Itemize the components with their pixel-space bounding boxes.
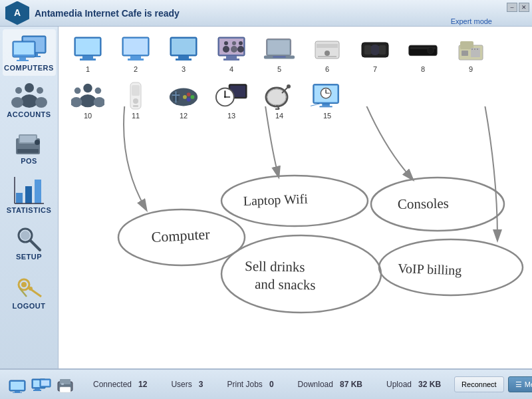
svg-point-108 <box>287 84 291 88</box>
svg-point-121 <box>379 239 523 295</box>
users-value: 3 <box>199 380 203 389</box>
download-value: 87 KB <box>340 380 362 389</box>
svg-point-93 <box>191 95 195 99</box>
svg-point-11 <box>21 94 38 108</box>
download-status: Download 87 KB <box>298 380 362 389</box>
svg-point-48 <box>224 41 228 45</box>
sidebar-item-pos[interactable]: POS <box>3 124 56 169</box>
window-controls: – ✕ <box>507 3 529 12</box>
sidebar-item-accounts[interactable]: ACCOUNTS <box>3 77 56 122</box>
svg-text:VoIP billing: VoIP billing <box>398 261 462 278</box>
device-7[interactable]: 7 <box>352 32 398 76</box>
device-num-9: 9 <box>469 65 473 73</box>
svg-point-77 <box>477 49 478 50</box>
menu-button[interactable]: ☰ Menu <box>508 376 532 392</box>
svg-point-20 <box>35 140 40 145</box>
print-status: Print Jobs 0 <box>227 380 274 389</box>
device-9[interactable]: 9 <box>448 32 493 76</box>
svg-rect-45 <box>176 59 192 61</box>
svg-point-117 <box>118 209 245 265</box>
svg-point-51 <box>231 46 237 53</box>
sidebar-pos-label: POS <box>21 157 37 165</box>
device-2[interactable]: 2 <box>113 32 158 76</box>
svg-rect-36 <box>82 56 93 59</box>
svg-text:and snacks: and snacks <box>255 276 316 293</box>
svg-rect-137 <box>35 388 40 390</box>
sidebar-logout-label: LOGOUT <box>12 302 45 310</box>
device-1[interactable]: 1 <box>65 32 110 76</box>
device-num-1: 1 <box>86 65 90 73</box>
svg-rect-132 <box>13 392 22 393</box>
sidebar-accounts-label: ACCOUNTS <box>7 110 51 118</box>
svg-rect-39 <box>124 39 148 55</box>
device-num-6: 6 <box>325 65 329 73</box>
svg-rect-91 <box>172 94 180 96</box>
upload-status: Upload 32 KB <box>386 380 441 389</box>
svg-rect-90 <box>176 91 177 102</box>
menu-icon: ☰ <box>515 380 522 389</box>
expert-mode-link[interactable]: Expert mode <box>451 17 492 25</box>
svg-rect-7 <box>14 43 34 55</box>
device-num-5: 5 <box>277 65 281 73</box>
close-button[interactable]: ✕ <box>519 3 529 12</box>
svg-rect-8 <box>19 57 26 60</box>
svg-rect-40 <box>130 56 141 59</box>
connected-status: Connected 12 <box>93 380 147 389</box>
sidebar-statistics-label: STATISTICS <box>7 206 52 214</box>
svg-point-80 <box>74 88 81 94</box>
menu-label: Menu <box>525 380 532 388</box>
sidebar-item-setup[interactable]: SETUP <box>3 219 56 265</box>
svg-rect-61 <box>317 44 338 48</box>
printer-icon-btn[interactable] <box>55 374 76 395</box>
device-3[interactable]: 3 <box>161 32 206 76</box>
svg-rect-44 <box>178 56 189 59</box>
main-layout: COMPUTERS ACCOUNTS <box>0 27 532 368</box>
svg-point-15 <box>35 97 47 108</box>
svg-rect-41 <box>128 59 144 61</box>
svg-point-53 <box>237 46 244 53</box>
svg-rect-136 <box>41 380 49 386</box>
svg-point-49 <box>223 46 229 53</box>
device-num-3: 3 <box>182 65 186 73</box>
svg-rect-54 <box>226 56 237 59</box>
connected-value: 12 <box>138 380 147 389</box>
sidebar-item-logout[interactable]: LOGOUT <box>3 266 56 314</box>
sidebar-item-computers[interactable]: COMPUTERS <box>3 29 56 76</box>
reconnect-button[interactable]: Reconnect <box>454 376 504 392</box>
device-num-7: 7 <box>373 65 377 73</box>
upload-label: Upload <box>386 380 412 389</box>
svg-point-75 <box>471 49 473 50</box>
svg-rect-67 <box>379 45 386 55</box>
svg-rect-85 <box>132 85 140 96</box>
svg-rect-23 <box>35 180 41 203</box>
svg-rect-66 <box>364 45 371 55</box>
svg-point-86 <box>133 98 138 104</box>
svg-point-118 <box>221 176 368 226</box>
minimize-button[interactable]: – <box>507 3 517 12</box>
device-num-2: 2 <box>134 65 138 73</box>
svg-point-76 <box>474 49 475 50</box>
statusbar: Connected 12 Users 3 Print Jobs 0 Downlo… <box>0 368 532 399</box>
print-value: 0 <box>269 380 274 389</box>
svg-rect-37 <box>80 59 96 61</box>
svg-line-28 <box>31 241 40 250</box>
svg-rect-21 <box>16 193 23 203</box>
svg-rect-55 <box>223 59 239 61</box>
svg-rect-57 <box>268 41 290 55</box>
computers-icon-btn[interactable] <box>31 374 52 395</box>
svg-rect-131 <box>15 391 20 392</box>
sidebar-item-statistics[interactable]: STATISTICS <box>3 170 56 218</box>
svg-rect-130 <box>11 382 24 390</box>
users-status: Users 3 <box>171 380 203 389</box>
network-icon-btn[interactable] <box>7 374 28 395</box>
svg-point-62 <box>325 51 330 56</box>
device-4[interactable]: 4 <box>209 32 254 76</box>
svg-rect-9 <box>17 60 29 61</box>
svg-point-65 <box>370 45 380 55</box>
device-num-4: 4 <box>229 65 233 73</box>
sidebar: COMPUTERS ACCOUNTS <box>0 27 59 368</box>
device-6[interactable]: 6 <box>305 32 350 76</box>
device-8[interactable]: 8 <box>400 32 446 76</box>
svg-rect-22 <box>25 186 32 203</box>
device-5[interactable]: 5 <box>257 32 302 76</box>
